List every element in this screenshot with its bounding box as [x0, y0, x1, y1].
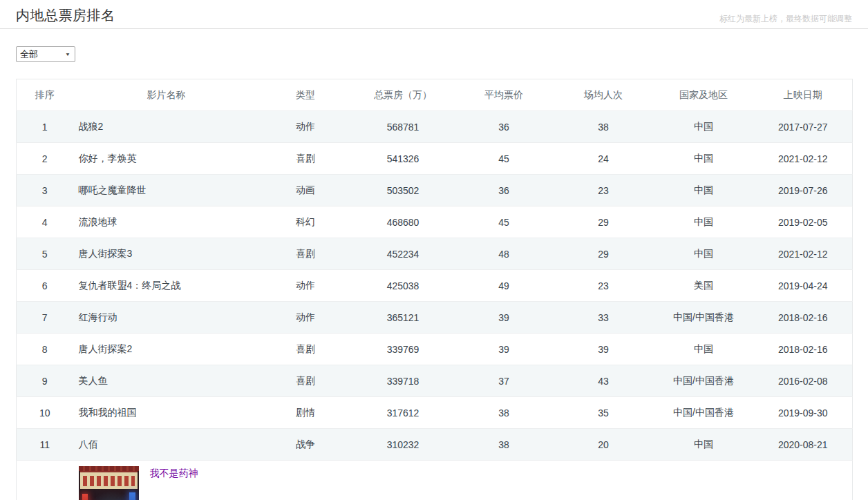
avg-price-cell: 39 [455, 302, 554, 334]
poster-sign-calligraphy [83, 476, 135, 486]
movie-title-cell: 唐人街探案3 [73, 238, 260, 270]
table-row: 4 流浪地球 科幻 468680 45 29 中国 2019-02-05 [17, 206, 853, 238]
type-cell: 动作 [260, 302, 352, 334]
page-note: 标红为最新上榜，最终数据可能调整 [719, 13, 852, 25]
release-date-cell: 2016-02-08 [754, 365, 853, 397]
country-cell: 中国 [654, 206, 754, 238]
movie-poster-thumbnail[interactable] [79, 466, 139, 500]
category-select[interactable]: 全部 ▼ [16, 46, 75, 62]
release-date-cell: 2020-08-21 [754, 429, 853, 461]
country-cell: 中国 [654, 143, 754, 175]
movie-title-cell: 战狼2 [73, 111, 260, 143]
header-movie-title: 影片名称 [73, 79, 260, 111]
category-select-value: 全部 [20, 48, 38, 61]
avg-price-cell: 38 [455, 397, 554, 429]
type-cell: 喜剧 [260, 334, 352, 365]
avg-attendance-cell: 23 [554, 175, 654, 206]
country-cell: 美国 [654, 270, 754, 302]
release-date-cell: 2019-09-30 [754, 397, 853, 429]
type-cell: 喜剧 [260, 238, 352, 270]
gross-cell: 568781 [352, 111, 455, 143]
table-row-featured: 我不是药神 剧情 中国 [17, 461, 853, 500]
movie-title-cell: 我和我的祖国 [73, 397, 260, 429]
type-cell: 战争 [260, 429, 352, 461]
rank-cell: 10 [17, 397, 73, 429]
movie-title-cell: 唐人街探案2 [73, 334, 260, 365]
movie-title-cell: 复仇者联盟4：终局之战 [73, 270, 260, 302]
gross-cell: 541326 [352, 143, 455, 175]
country-cell: 中国 [654, 111, 754, 143]
rank-cell: 11 [17, 429, 73, 461]
type-cell: 动作 [260, 270, 352, 302]
gross-cell: 339769 [352, 334, 455, 365]
type-cell: 科幻 [260, 206, 352, 238]
poster-neon-blue [129, 492, 135, 500]
avg-price-cell: 49 [455, 270, 554, 302]
country-cell: 中国/中国香港 [654, 365, 754, 397]
avg-price-cell: 36 [455, 175, 554, 206]
release-date-cell: 2018-02-16 [754, 334, 853, 365]
rank-cell [17, 461, 73, 500]
table-row: 7 红海行动 动作 365121 39 33 中国/中国香港 2018-02-1… [17, 302, 853, 334]
rank-cell: 5 [17, 238, 73, 270]
movie-title-cell: 美人鱼 [73, 365, 260, 397]
avg-attendance-cell: 35 [554, 397, 654, 429]
movie-title-cell: 红海行动 [73, 302, 260, 334]
table-row: 1 战狼2 动作 568781 36 38 中国 2017-07-27 [17, 111, 853, 143]
rank-cell: 1 [17, 111, 73, 143]
avg-price-cell: 39 [455, 334, 554, 365]
release-date-cell [754, 461, 853, 500]
movie-title-link[interactable]: 我不是药神 [150, 467, 198, 479]
box-office-table: 排序 影片名称 类型 总票房（万） 平均票价 场均人次 国家及地区 上映日期 1… [16, 79, 853, 500]
header-avg-attendance: 场均人次 [554, 79, 654, 111]
header-release-date: 上映日期 [754, 79, 853, 111]
avg-attendance-cell: 29 [554, 206, 654, 238]
release-date-cell: 2021-02-12 [754, 143, 853, 175]
movie-title-cell: 流浪地球 [73, 206, 260, 238]
type-cell: 剧情 [260, 397, 352, 429]
gross-cell: 317612 [352, 397, 455, 429]
avg-price-cell: 45 [455, 143, 554, 175]
rank-cell: 4 [17, 206, 73, 238]
type-cell: 动作 [260, 111, 352, 143]
gross-cell: 310232 [352, 429, 455, 461]
rank-cell: 2 [17, 143, 73, 175]
release-date-cell: 2019-04-24 [754, 270, 853, 302]
table-row: 6 复仇者联盟4：终局之战 动作 425038 49 23 美国 2019-04… [17, 270, 853, 302]
release-date-cell: 2021-02-12 [754, 238, 853, 270]
header-rank: 排序 [17, 79, 73, 111]
avg-attendance-cell: 43 [554, 365, 654, 397]
chevron-down-icon: ▼ [65, 52, 70, 57]
avg-price-cell: 45 [455, 206, 554, 238]
avg-attendance-cell: 23 [554, 270, 654, 302]
type-cell: 动画 [260, 175, 352, 206]
rank-cell: 9 [17, 365, 73, 397]
rank-cell: 3 [17, 175, 73, 206]
gross-cell [352, 461, 455, 500]
avg-attendance-cell [554, 461, 654, 500]
country-cell: 中国 [654, 334, 754, 365]
country-cell: 中国 [654, 461, 754, 500]
table-row: 5 唐人街探案3 喜剧 452234 48 29 中国 2021-02-12 [17, 238, 853, 270]
page-header: 内地总票房排名 标红为最新上榜，最终数据可能调整 [0, 0, 868, 29]
rank-cell: 8 [17, 334, 73, 365]
table-row: 2 你好，李焕英 喜剧 541326 45 24 中国 2021-02-12 [17, 143, 853, 175]
poster-neon-red [82, 494, 88, 500]
country-cell: 中国 [654, 238, 754, 270]
rank-cell: 7 [17, 302, 73, 334]
movie-title-cell: 你好，李焕英 [73, 143, 260, 175]
table-row: 3 哪吒之魔童降世 动画 503502 36 23 中国 2019-07-26 [17, 175, 853, 206]
avg-attendance-cell: 33 [554, 302, 654, 334]
country-cell: 中国/中国香港 [654, 302, 754, 334]
gross-cell: 468680 [352, 206, 455, 238]
type-cell: 剧情 [260, 461, 352, 500]
table-row: 10 我和我的祖国 剧情 317612 38 35 中国/中国香港 2019-0… [17, 397, 853, 429]
avg-price-cell: 38 [455, 429, 554, 461]
movie-title-cell: 八佰 [73, 429, 260, 461]
avg-attendance-cell: 20 [554, 429, 654, 461]
movie-title-cell: 哪吒之魔童降世 [73, 175, 260, 206]
gross-cell: 365121 [352, 302, 455, 334]
avg-price-cell: 48 [455, 238, 554, 270]
header-country: 国家及地区 [654, 79, 754, 111]
type-cell: 喜剧 [260, 365, 352, 397]
